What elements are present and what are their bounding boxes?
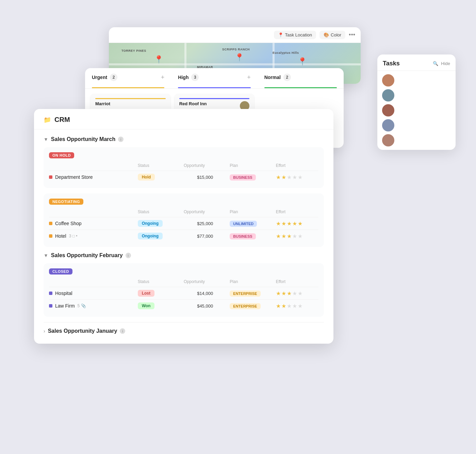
section-march-toggle[interactable]: ▼ <box>44 137 48 142</box>
table-row-department-store[interactable]: Department Store Hold $15,000 BUSINESS ★… <box>49 171 318 183</box>
section-feb-info[interactable]: i <box>126 253 131 258</box>
section-jan-info[interactable]: i <box>120 328 125 334</box>
kanban-high-add[interactable]: + <box>247 74 251 81</box>
kanban-header: Urgent 2 + High 3 + Normal 2 <box>85 68 344 89</box>
map-panel-header: 📍 Task Location 🎨 Color ••• <box>109 27 361 43</box>
section-january: › Sales Opportunity January i <box>44 322 324 337</box>
kanban-urgent-title: Urgent <box>92 75 107 80</box>
plan-hospital: ENTERPRISE <box>230 291 260 297</box>
name-coffee-shop: Coffee Shop <box>55 221 82 226</box>
kanban-urgent-badge: 2 <box>110 74 117 81</box>
task-avatar-3 <box>382 104 394 116</box>
table-header-on-hold: Status Opportunity Plan Effort <box>49 162 318 171</box>
task-avatar-row-4 <box>382 119 451 131</box>
opp-department-store: $15,000 <box>184 175 226 180</box>
table-row-coffee-shop[interactable]: Coffee Shop Ongoing $25,000 UNLIMITED ★ … <box>49 217 318 230</box>
color-button[interactable]: 🎨 Color <box>319 31 345 39</box>
task-avatar-row-3 <box>382 104 451 116</box>
kanban-high-title: High <box>178 75 188 80</box>
dot-coffee-shop <box>49 222 52 225</box>
hide-label[interactable]: Hide <box>441 61 450 66</box>
plan-department-store: BUSINESS <box>230 174 256 181</box>
tasks-title: Tasks <box>383 60 400 67</box>
effort-coffee-shop: ★ ★ ★ ★ ★ <box>276 220 318 227</box>
col-plan-2: Plan <box>230 209 272 214</box>
color-label: Color <box>331 32 341 37</box>
section-feb-toggle[interactable]: ▼ <box>44 253 48 258</box>
status-law-firm: Won <box>138 302 155 309</box>
status-coffee-shop: Ongoing <box>138 220 163 227</box>
kanban-urgent-header: Urgent 2 + <box>85 68 171 88</box>
color-icon: 🎨 <box>324 32 329 37</box>
opp-hospital: $14,000 <box>184 291 226 296</box>
col-status-3: Status <box>138 279 180 284</box>
section-march-title: Sales Opportunity March <box>51 136 115 142</box>
effort-hospital: ★ ★ ★ ★ ★ <box>276 290 318 297</box>
opp-hotel: $77,000 <box>184 234 226 239</box>
task-avatar-5 <box>382 134 394 146</box>
section-feb-header: ▼ Sales Opportunity February i <box>44 252 324 259</box>
task-avatar-row-5 <box>382 134 451 146</box>
table-row-hotel[interactable]: Hotel 3 □ • Ongoing $77,000 BUSINESS ★ ★… <box>49 230 318 242</box>
map-pin-3[interactable]: 📍 <box>298 57 307 66</box>
kanban-normal-header: Normal 2 <box>258 68 344 88</box>
status-hospital: Lost <box>138 290 154 297</box>
card-title-marriot: Marriot <box>95 101 166 106</box>
tasks-avatars <box>377 71 456 150</box>
tasks-header: Tasks 🔍 Hide <box>377 54 456 71</box>
name-department-store: Department Store <box>55 174 93 180</box>
dot-hospital <box>49 292 52 295</box>
more-button[interactable]: ••• <box>349 31 355 38</box>
map-pin-2[interactable]: 📍 <box>235 53 244 62</box>
col-effort-2: Effort <box>276 209 318 214</box>
col-status-2: Status <box>138 209 180 214</box>
section-march-header: ▼ Sales Opportunity March i <box>44 136 324 142</box>
table-row-hospital[interactable]: Hospital Lost $14,000 ENTERPRISE ★ ★ ★ ★… <box>49 287 318 299</box>
task-location-label: Task Location <box>285 32 312 37</box>
group-negotiating: NEGOTIATING Status Opportunity Plan Effo… <box>44 193 324 247</box>
task-avatar-4 <box>382 119 394 131</box>
section-jan-title: Sales Opportunity January <box>48 328 117 334</box>
col-opp-3: Opportunity <box>184 279 226 284</box>
crm-header: 📁 CRM <box>34 109 333 129</box>
opp-coffee-shop: $25,000 <box>184 221 226 226</box>
group-on-hold-label: ON HOLD <box>49 152 74 158</box>
tasks-panel: Tasks 🔍 Hide <box>377 54 456 150</box>
map-pin-1[interactable]: 📍 <box>154 55 163 64</box>
status-hotel: Ongoing <box>138 233 163 239</box>
kanban-high-header: High 3 + <box>171 68 257 88</box>
section-jan-toggle[interactable]: › <box>44 328 45 334</box>
crm-panel: 📁 CRM ▼ Sales Opportunity March i ON HOL… <box>34 109 333 344</box>
opp-law-firm: $45,000 <box>184 303 226 309</box>
col-plan-3: Plan <box>230 279 272 284</box>
crm-folder-icon: 📁 <box>44 116 51 124</box>
group-on-hold: ON HOLD Status Opportunity Plan Effort D… <box>44 147 324 188</box>
task-location-button[interactable]: 📍 Task Location <box>274 31 316 39</box>
more-icon: ••• <box>349 31 355 38</box>
tasks-search-hide: 🔍 Hide <box>433 61 450 66</box>
name-hospital: Hospital <box>55 291 72 296</box>
dot-hotel <box>49 234 52 238</box>
card-title-redroof: Red Roof Inn <box>179 101 250 106</box>
kanban-urgent-add[interactable]: + <box>161 74 165 81</box>
kanban-high-badge: 3 <box>191 74 199 81</box>
col-effort-1: Effort <box>276 163 318 168</box>
plan-hotel: BUSINESS <box>230 233 256 239</box>
table-header-negotiating: Status Opportunity Plan Effort <box>49 208 318 217</box>
plan-coffee-shop: UNLIMITED <box>230 221 257 227</box>
dot-law-firm <box>49 304 52 308</box>
table-header-closed: Status Opportunity Plan Effort <box>49 278 318 287</box>
effort-hotel: ★ ★ ★ ★ ★ <box>276 233 318 239</box>
search-icon[interactable]: 🔍 <box>433 61 438 66</box>
col-opp-1: Opportunity <box>184 163 226 168</box>
col-effort-3: Effort <box>276 279 318 284</box>
section-march-info[interactable]: i <box>118 137 124 142</box>
crm-body: ▼ Sales Opportunity March i ON HOLD Stat… <box>34 129 333 344</box>
table-row-law-firm[interactable]: Law Firm 5 📎 Won $45,000 ENTERPRISE ★ ★ … <box>49 299 318 312</box>
section-feb-title: Sales Opportunity February <box>51 252 123 259</box>
col-opp-2: Opportunity <box>184 209 226 214</box>
task-avatar-row-2 <box>382 89 451 101</box>
hotel-extras: 3 □ • <box>69 234 78 238</box>
law-firm-extras: 5 📎 <box>78 303 86 308</box>
crm-title: CRM <box>54 116 70 124</box>
